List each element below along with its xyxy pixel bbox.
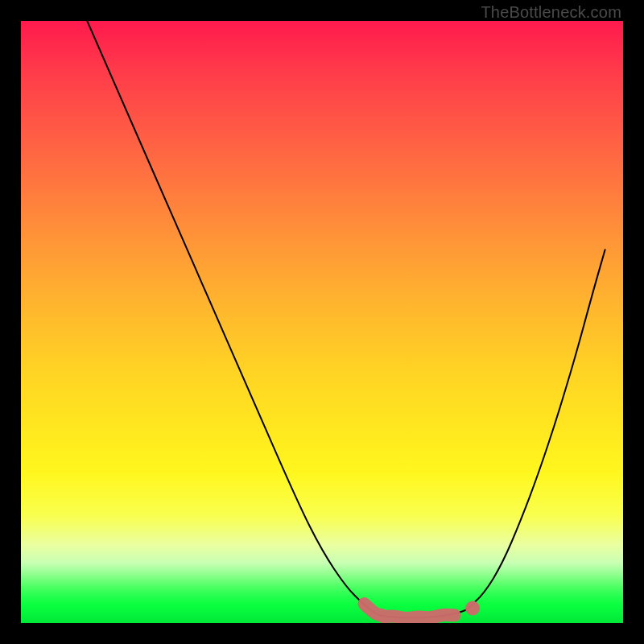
chart-frame: TheBottleneck.com	[0, 0, 644, 644]
bottleneck-curve	[87, 21, 605, 617]
highlight-end-dot	[465, 601, 480, 616]
highlighted-valley-segment	[364, 604, 454, 618]
watermark-text: TheBottleneck.com	[481, 3, 621, 22]
curve-svg	[21, 21, 623, 623]
plot-area	[21, 21, 623, 623]
